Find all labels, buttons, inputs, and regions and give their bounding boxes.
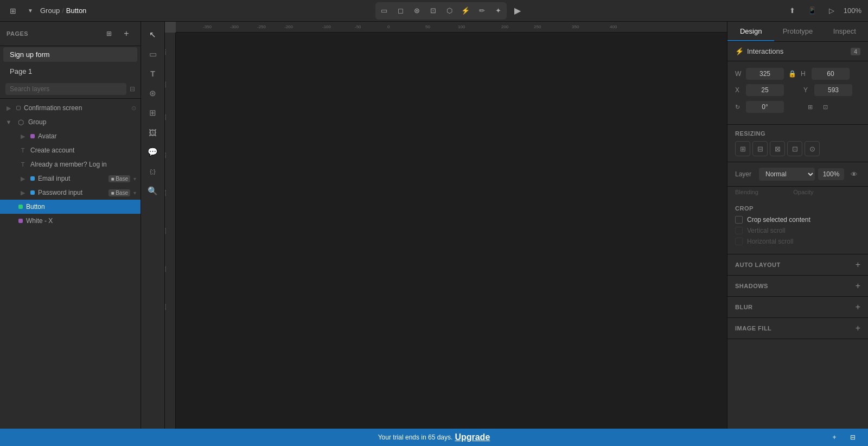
tool-mask[interactable]: ⊡ [425,3,441,18]
tool-group-files: ▭ ◻ ⊛ ⊡ ⬡ ⚡ ✏ ✦ [375,2,507,20]
tool-image[interactable]: 🖼 [144,124,162,141]
tool-select[interactable]: ↖ [144,26,162,43]
horizontal-scroll-checkbox[interactable] [735,238,743,245]
breadcrumb-sep: / [62,7,64,15]
opacity-input[interactable] [818,168,844,180]
resize-hug[interactable]: ⊠ [770,141,785,156]
filter-icon[interactable]: ⊟ [130,85,135,93]
align-left[interactable]: ⊞ [803,100,816,113]
ruler-mark-350: 350 [572,24,579,29]
align-right[interactable]: ⊡ [819,100,832,113]
zoom-in-btn[interactable]: + [827,432,842,443]
image-fill-add[interactable]: + [856,323,860,333]
crop-title: CROP [735,205,860,212]
page-1[interactable]: Page 1 [3,64,137,79]
zoom-label[interactable]: 100% [844,7,861,15]
bottom-bar-wrapper: Your trial ends in 65 days. Upgrade + ⊟ [0,429,868,446]
search-input[interactable] [5,83,126,95]
y-input[interactable] [814,84,852,96]
crop-section: CROP Crop selected content Vertical scro… [727,200,868,254]
add-page-icon[interactable]: + [119,26,134,41]
visibility-toggle[interactable]: 👁 [847,168,860,181]
image-fill-section[interactable]: IMAGE FILL + [727,318,868,339]
vertical-scroll-checkbox[interactable] [735,227,743,234]
layer-group[interactable]: ▼ ⬡ Group [0,115,141,129]
resize-fixed[interactable]: ⊞ [735,141,750,156]
layer-mode-select[interactable]: Normal Multiply Screen [759,168,815,181]
ruler-vertical: 100 200 300 400 500 600 700 800 [165,33,176,429]
tool-star[interactable]: ✦ [490,3,506,18]
dropdown-icon[interactable]: ▼ [23,3,38,18]
breadcrumb: Group / Button [40,7,86,15]
lock-icon[interactable]: 🔒 [788,70,796,78]
bottom-bar: Your trial ends in 65 days. Upgrade [0,429,868,446]
tool-frame[interactable]: ▭ [376,3,392,18]
tool-pencil[interactable]: ✏ [474,3,489,18]
layer-create-account[interactable]: T Create account [0,143,141,157]
auto-layout-section[interactable]: AUTO LAYOUT + [727,254,868,276]
blur-add[interactable]: + [856,302,860,312]
resize-fill[interactable]: ⊟ [752,141,768,156]
layer-password-input[interactable]: ▶ Password input ■ Base ▾ [0,186,141,200]
email-input-label: Email input [38,175,104,182]
ruler-mark-100: 100 [458,24,465,29]
ruler-v-800: 800 [165,304,167,310]
resize-grow[interactable]: ⊡ [787,141,802,156]
r-input[interactable] [746,101,784,113]
tool-vector[interactable]: ⬡ [442,3,457,18]
image-fill-label: IMAGE FILL [735,325,771,332]
breadcrumb-button: Button [66,7,87,15]
shadows-add[interactable]: + [856,281,860,291]
blending-row: Blending Opacity [727,187,868,200]
email-dot [30,176,35,181]
text2-icon: T [18,160,27,169]
fit-page-icon[interactable]: ⊞ [101,26,117,41]
password-badge: ■ Base [108,189,130,196]
shadows-section[interactable]: SHADOWS + [727,276,868,297]
preview-icon[interactable]: ▷ [824,3,839,18]
tool-component2[interactable]: ⊛ [144,85,162,102]
menu-icon[interactable]: ⊞ [5,3,21,18]
confirmation-icon [16,106,21,110]
tool-layout[interactable]: ⊞ [144,104,162,122]
zoom-out-btn[interactable]: ⊟ [845,432,860,443]
layer-white-x[interactable]: White - X [0,214,141,228]
dimensions-section: W 🔒 H X Y ↻ ⊞ ⊡ [727,61,868,125]
resize-clamp[interactable]: ⊙ [805,141,820,156]
upgrade-link[interactable]: Upgrade [455,432,490,442]
tool-component[interactable]: ⊛ [409,3,424,18]
topbar: ⊞ ▼ Group / Button ▭ ◻ ⊛ ⊡ ⬡ ⚡ ✏ ✦ ▶ ⬆ 📱… [0,0,868,22]
tab-prototype[interactable]: Prototype [774,22,821,41]
tool-comment[interactable]: 💬 [144,143,162,161]
layer-already-member[interactable]: T Already a member? Log in [0,157,141,171]
ruler-mark--50: -50 [355,24,361,29]
device-icon[interactable]: 📱 [805,3,820,18]
tool-code[interactable]: {;} [144,163,162,180]
tab-inspect[interactable]: Inspect [821,22,868,41]
layer-confirmation[interactable]: ▶ Confirmation screen ⊙ [0,101,141,115]
confirmation-label: Confirmation screen [24,104,128,112]
layer-button[interactable]: Button [0,200,141,214]
blur-section[interactable]: BLUR + [727,297,868,318]
ruler-mark--250: -250 [257,24,266,29]
h-input[interactable] [812,68,850,80]
tool-frame2[interactable]: ▭ [144,46,162,63]
tool-pen[interactable]: ⚡ [458,3,473,18]
tab-design[interactable]: Design [727,22,774,41]
layer-avatar[interactable]: ▶ Avatar [0,129,141,143]
align-icons: ⊞ ⊡ [803,100,832,113]
auto-layout-add[interactable]: + [856,260,860,270]
group-icon: ⬡ [16,118,25,126]
crop-selected-checkbox[interactable] [735,216,743,224]
tool-search2[interactable]: 🔍 [144,182,162,200]
w-input[interactable] [746,68,784,80]
x-input[interactable] [746,84,784,96]
export-icon[interactable]: ⬆ [785,3,800,18]
tool-text2[interactable]: T [144,65,162,82]
play-button[interactable]: ▶ [510,3,525,18]
ruler-v-100: 100 [165,49,167,55]
page-signup[interactable]: Sign up form [3,47,137,62]
tool-move[interactable]: ◻ [393,3,408,18]
resizing-title: Resizing [735,130,860,137]
layer-email-input[interactable]: ▶ Email input ■ Base ▾ [0,171,141,186]
